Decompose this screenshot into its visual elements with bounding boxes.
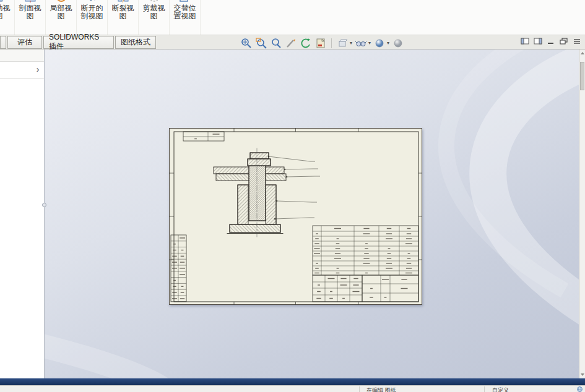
- status-bar: 在编辑 图纸 自定义: [0, 385, 585, 392]
- menu-button[interactable]: [573, 38, 581, 45]
- detail-view-icon: [54, 0, 68, 4]
- previous-view-icon[interactable]: [285, 37, 297, 49]
- graphics-area[interactable]: [45, 49, 579, 378]
- section-view-label: 剖面视图: [16, 4, 44, 20]
- panel-header: [0, 49, 44, 62]
- viewport-bottom-strip: [0, 378, 585, 385]
- right-pane-icon[interactable]: [534, 38, 542, 45]
- edit-appearance-icon[interactable]: [373, 37, 386, 49]
- expand-panel-chevron-icon[interactable]: ›: [33, 64, 42, 75]
- restore-button[interactable]: [560, 38, 568, 45]
- zoom-to-area-icon[interactable]: [255, 37, 267, 49]
- status-separator: [484, 386, 485, 392]
- broken-out-section-label: 断开的剖视图: [78, 4, 106, 20]
- solidworks-window: 辅助视图 剖面视图 局部视图 断开的剖视图 断裂视图 剪裁视图 交替位置视图: [0, 0, 585, 392]
- tab-evaluate[interactable]: 评估: [7, 36, 42, 49]
- scroll-down-icon[interactable]: [579, 371, 585, 378]
- crop-view-icon: [147, 0, 161, 4]
- auxiliary-view-icon: [0, 0, 6, 4]
- apply-scene-icon[interactable]: [392, 37, 404, 49]
- alternate-position-view-label: 交替位置视图: [171, 4, 199, 20]
- tab-solidworks-addins[interactable]: SOLIDWORKS 插件: [43, 36, 114, 49]
- edit-appearance-caret-icon[interactable]: ▾: [387, 40, 389, 46]
- detail-view-button[interactable]: 局部视图: [46, 0, 77, 35]
- break-view-icon: [116, 0, 130, 4]
- section-view-icon: [24, 0, 37, 4]
- window-controls: [521, 38, 581, 45]
- toolbar-separator: [331, 38, 332, 48]
- panel-subheader: ›: [0, 62, 44, 79]
- broken-out-section-icon: [85, 0, 99, 4]
- status-editing-text: 在编辑 图纸: [366, 386, 396, 392]
- crop-view-label: 剪裁视图: [140, 4, 168, 20]
- hide-show-items-caret-icon[interactable]: ▾: [368, 40, 371, 46]
- heads-up-view-toolbar: ▾ ▾ ▾: [240, 36, 404, 49]
- alternate-position-view-icon: [178, 0, 192, 4]
- hide-show-items-icon[interactable]: [355, 37, 367, 49]
- zoom-in-out-icon[interactable]: [270, 37, 282, 49]
- broken-out-section-button[interactable]: 断开的剖视图: [77, 0, 108, 35]
- feature-manager-panel: ›: [0, 49, 45, 378]
- panel-splitter-handle[interactable]: [42, 203, 46, 207]
- display-style-icon[interactable]: [336, 37, 349, 49]
- crop-view-button[interactable]: 剪裁视图: [139, 0, 170, 35]
- globe-icon[interactable]: [577, 386, 583, 392]
- zoom-to-fit-icon[interactable]: [240, 37, 253, 49]
- status-customize[interactable]: 自定义: [492, 386, 509, 392]
- break-view-label: 断裂视图: [109, 4, 137, 20]
- tab-sheet-format[interactable]: 图纸格式: [115, 36, 156, 49]
- section-view-button[interactable]: 剖面视图: [15, 0, 46, 35]
- display-style-caret-icon[interactable]: ▾: [350, 40, 352, 46]
- left-pane-icon[interactable]: [521, 38, 529, 45]
- break-view-button[interactable]: 断裂视图: [108, 0, 139, 35]
- status-separator: [359, 386, 360, 392]
- minimize-button[interactable]: [547, 38, 555, 45]
- command-manager: 辅助视图 剖面视图 局部视图 断开的剖视图 断裂视图 剪裁视图 交替位置视图: [0, 0, 585, 35]
- detail-view-label: 局部视图: [47, 4, 75, 20]
- scroll-up-icon[interactable]: [579, 49, 585, 57]
- vertical-scrollbar[interactable]: [579, 49, 585, 378]
- alternate-position-view-button[interactable]: 交替位置视图: [170, 0, 201, 35]
- sheet-properties-icon[interactable]: [314, 37, 327, 49]
- drawing-sheet[interactable]: [169, 128, 422, 305]
- auxiliary-view-button[interactable]: 辅助视图: [0, 0, 15, 35]
- rotate-view-icon[interactable]: [300, 37, 312, 49]
- tab-partial[interactable]: [0, 36, 6, 49]
- scrollbar-thumb[interactable]: [580, 62, 584, 90]
- auxiliary-view-label: 辅助视图: [0, 4, 13, 20]
